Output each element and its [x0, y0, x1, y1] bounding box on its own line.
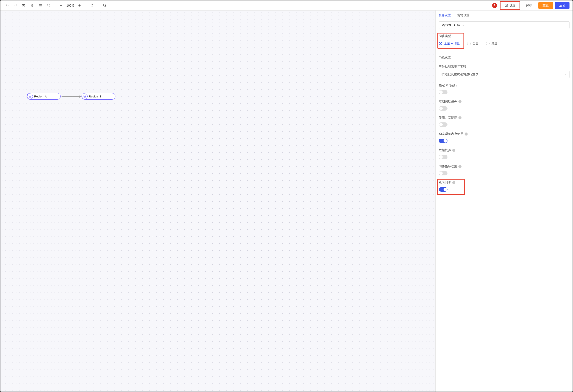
data-check-field: 数据校验 i — [439, 148, 570, 159]
chevron-down-icon — [566, 56, 570, 59]
node-label: Region_A — [34, 95, 47, 98]
recurring-task-field: 定期调度任务 i — [439, 100, 570, 111]
start-button-label: 启动 — [559, 3, 565, 7]
metrics-field: 同步指标收集 i — [439, 164, 570, 176]
info-icon: i — [465, 132, 468, 136]
clipboard-icon — [90, 3, 94, 7]
zoom-out-button[interactable] — [58, 2, 65, 9]
svg-line-10 — [105, 6, 106, 7]
shared-mining-field: 使用共享挖掘 i — [439, 116, 570, 127]
settings-tabs: 任务设置 告警设置 — [436, 11, 573, 20]
redo-icon — [13, 3, 17, 7]
zoom-level: 100% — [65, 4, 75, 7]
scheduled-time-field: 指定时间运行 — [439, 83, 570, 94]
reset-button[interactable]: 重置 — [538, 2, 553, 9]
bidirectional-sync-label: 双向同步 — [439, 181, 451, 185]
settings-button-label: 设置 — [509, 3, 515, 7]
action-buttons: 1 设置 保存 重置 启动 — [492, 2, 570, 9]
info-icon: i — [452, 149, 455, 152]
database-icon — [27, 93, 33, 99]
flow-arrow — [62, 96, 81, 97]
radio-label: 全量 + 增量 — [444, 42, 460, 46]
auto-layout-button[interactable] — [37, 2, 44, 9]
zoom-in-button[interactable] — [76, 2, 83, 9]
radio-label: 增量 — [491, 42, 498, 46]
bidirectional-sync-toggle[interactable] — [439, 187, 448, 192]
info-icon: i — [458, 116, 462, 119]
metrics-label: 同步指标收集 — [439, 164, 457, 168]
tab-task-settings[interactable]: 任务设置 — [439, 11, 451, 20]
collapse-button[interactable] — [28, 2, 36, 9]
delete-button[interactable] — [20, 2, 27, 9]
error-handling-field: 事件处理出现异常时 按照默认重试逻辑进行重试 — [439, 65, 570, 78]
minus-icon — [59, 4, 63, 7]
undo-icon — [5, 3, 9, 7]
svg-point-13 — [84, 95, 86, 96]
dynamic-memory-label: 动态调整内存使用 — [439, 132, 463, 136]
settings-panel: 任务设置 告警设置 2 同步类型 全量 + 增量 — [436, 11, 573, 392]
task-name-input[interactable] — [439, 21, 570, 29]
save-button-label: 保存 — [526, 3, 532, 7]
select-value: 按照默认重试逻辑进行重试 — [442, 72, 478, 76]
canvas[interactable]: Region_A Region_B — [0, 11, 436, 392]
reset-button-label: 重置 — [543, 3, 549, 7]
target-node[interactable]: Region_B — [81, 93, 115, 100]
data-check-label: 数据校验 — [439, 148, 451, 152]
svg-rect-1 — [39, 5, 42, 6]
node-label: Region_B — [89, 95, 101, 98]
save-button[interactable]: 保存 — [522, 2, 536, 9]
advanced-settings-label: 高级设置 — [439, 55, 451, 59]
svg-rect-0 — [39, 4, 42, 5]
start-button[interactable]: 启动 — [555, 2, 570, 9]
radio-incr[interactable]: 增量 — [486, 42, 498, 46]
error-handling-select[interactable]: 按照默认重试逻辑进行重试 — [439, 71, 570, 78]
data-check-toggle[interactable] — [439, 155, 448, 159]
info-icon: i — [458, 100, 462, 103]
advanced-settings-header[interactable]: 高级设置 — [439, 52, 570, 59]
sync-type-options: 全量 + 增量 全量 增量 — [439, 42, 570, 46]
shared-mining-toggle[interactable] — [439, 123, 448, 127]
bidirectional-sync-field: 3 双向同步 i — [439, 181, 570, 192]
dynamic-memory-toggle[interactable] — [439, 139, 448, 143]
info-icon: i — [452, 181, 455, 184]
toolbar-separator — [86, 3, 86, 8]
svg-point-12 — [29, 95, 31, 96]
sync-type-label: 同步类型 — [439, 34, 570, 38]
database-icon — [82, 93, 88, 99]
source-node[interactable]: Region_A — [27, 93, 61, 100]
undo-button[interactable] — [3, 2, 11, 9]
svg-point-9 — [103, 4, 105, 6]
plus-icon — [78, 4, 81, 7]
toolbar: 100% 1 设置 保存 重置 — [0, 0, 573, 11]
svg-point-11 — [506, 5, 507, 6]
callout-1: 1 — [492, 3, 497, 8]
radio-full-incr[interactable]: 全量 + 增量 — [439, 42, 460, 46]
dynamic-memory-field: 动态调整内存使用 i — [439, 132, 570, 143]
radio-full[interactable]: 全量 — [467, 42, 479, 46]
recurring-task-label: 定期调度任务 — [439, 100, 457, 104]
collapse-icon — [30, 3, 34, 7]
scheduled-time-label: 指定时间运行 — [439, 83, 570, 87]
trash-icon — [22, 3, 26, 7]
info-icon: i — [458, 165, 462, 168]
recurring-task-toggle[interactable] — [439, 106, 448, 111]
selection-icon — [47, 3, 51, 7]
redo-button[interactable] — [12, 2, 19, 9]
settings-button[interactable]: 设置 — [501, 2, 519, 9]
clipboard-button[interactable] — [89, 2, 95, 9]
tab-alert-settings[interactable]: 告警设置 — [457, 11, 469, 20]
toolbar-separator — [98, 3, 98, 8]
search-button[interactable] — [101, 2, 108, 9]
metrics-toggle[interactable] — [439, 171, 448, 176]
gear-icon — [505, 4, 508, 7]
sync-type-section: 2 同步类型 全量 + 增量 全量 — [439, 34, 570, 46]
radio-label: 全量 — [472, 42, 479, 46]
task-name-field — [439, 20, 570, 29]
zoom-controls: 100% — [58, 2, 83, 9]
scheduled-time-toggle[interactable] — [439, 90, 448, 94]
selection-tool-button[interactable] — [45, 2, 52, 9]
error-handling-label: 事件处理出现异常时 — [439, 65, 570, 69]
svg-rect-2 — [39, 6, 42, 7]
chevron-down-icon — [564, 73, 567, 76]
layout-icon — [38, 3, 42, 7]
